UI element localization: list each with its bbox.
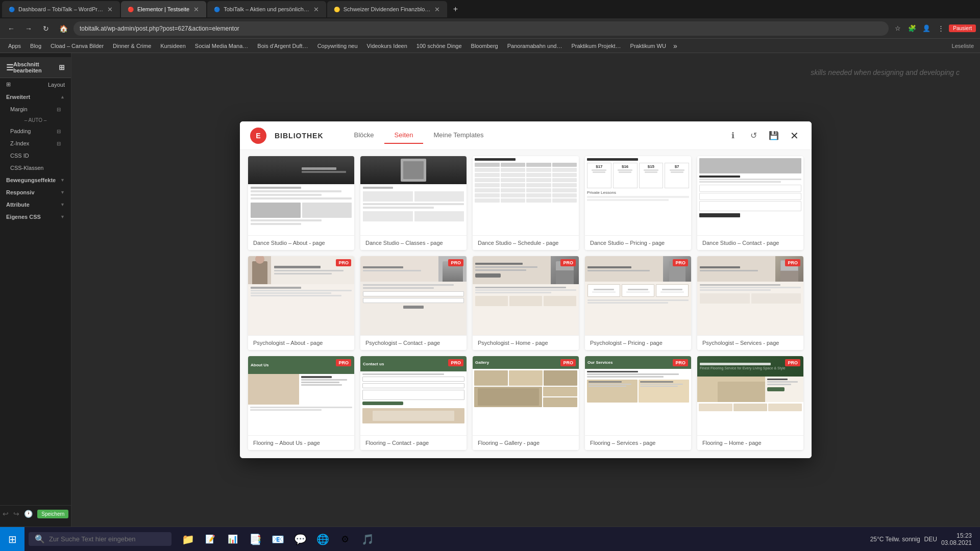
extensions-icon[interactable]: 🧩 [906,22,918,35]
bookmarks-more[interactable]: » [671,42,679,50]
browser-tab-3[interactable]: 🔵 TobiTalk – Aktien und persönlich… ✕ [207,1,326,17]
back-button[interactable]: ← [4,21,18,36]
template-floor-services[interactable]: PRO Our Services [585,356,691,450]
taskbar-powerpoint-icon[interactable]: 📑 [245,529,265,549]
template-floor-gallery[interactable]: PRO Gallery [473,356,579,450]
template-floor-contact[interactable]: PRO Contact us [360,356,467,450]
sidebar-padding-item[interactable]: Padding ⊟ [4,125,67,137]
template-dance-contact[interactable]: Dance Studio – Contact - page [697,156,803,250]
sidebar-bewegungseffekte-section[interactable]: Bewegungseffekte ▼ [0,174,71,186]
forward-button[interactable]: → [21,21,36,36]
pro-badge-psych-contact: PRO [448,259,463,266]
pausiert-button[interactable]: Pausiert [949,24,976,32]
info-icon[interactable]: ℹ [726,129,740,143]
modal-overlay[interactable]: E BIBLIOTHEK Blöcke Seiten Meine Templat… [71,53,980,527]
bookmark-canva[interactable]: Cload – Canva Bilder [46,42,108,50]
refresh-icon[interactable]: ↺ [746,129,761,143]
sidebar-eigenes-css-section[interactable]: Eigenes CSS ▼ [0,211,71,223]
bookmark-copywriting[interactable]: Copywriting neu [313,42,362,50]
tab-meine-templates[interactable]: Meine Templates [423,127,494,144]
sidebar-bottom-redo[interactable]: ↪ [13,510,19,518]
bookmark-100dinge[interactable]: 100 schöne Dinge [412,42,466,50]
sidebar-layout-section[interactable]: ⊞ Layout [0,78,71,91]
template-floor-home[interactable]: PRO Finest Flooring Service for Every Li… [697,356,803,450]
taskbar-files-icon[interactable]: 📁 [178,529,198,549]
taskbar-search-input[interactable] [49,535,161,543]
menu-dots-icon[interactable]: ⋮ [935,22,947,35]
bookmark-star-icon[interactable]: ☆ [892,22,904,35]
taskbar-pinned-icons: 📁 📝 📊 📑 📧 💬 🌐 ⚙ 🎵 [176,529,380,549]
template-psych-contact[interactable]: PRO [360,256,467,350]
bookmark-kursideen[interactable]: Kursideen [156,42,190,50]
bookmark-dinner[interactable]: Dinner & Crime [109,42,155,50]
sidebar-zindex-item[interactable]: Z-Index ⊟ [4,137,67,149]
sidebar-responsiv-section[interactable]: Responsiv ▼ [0,186,71,198]
sidebar-erweitert-section[interactable]: Erweitert ▲ [0,91,71,103]
taskbar-teams-icon[interactable]: 💬 [290,529,310,549]
tab-close-3[interactable]: ✕ [312,5,320,14]
bookmark-bois[interactable]: Bois d'Argent Duft… [253,42,312,50]
taskbar-outlook-icon[interactable]: 📧 [267,529,288,549]
bookmark-bloomberg[interactable]: Bloomberg [467,42,502,50]
bookmark-panorama[interactable]: Panoramabahn und… [503,42,567,50]
tab-bloecke[interactable]: Blöcke [344,127,384,144]
modal-close-button[interactable]: ✕ [787,129,801,143]
pro-badge-floor-home: PRO [785,359,800,366]
taskbar-excel-icon[interactable]: 📊 [223,529,243,549]
template-dance-classes[interactable]: Dance Studio – Classes - page [360,156,467,250]
tab-close-4[interactable]: ✕ [433,5,441,14]
zindex-icon[interactable]: ⊟ [57,141,61,146]
template-preview-dance-about [248,156,354,235]
taskbar-word-icon[interactable]: 📝 [200,529,220,549]
bookmark-praktikum-wu[interactable]: Praktikum WU [626,42,670,50]
sidebar-grid-icon[interactable]: ⊞ [59,63,65,71]
template-dance-about[interactable]: Dance Studio – About - page [248,156,354,250]
profile-icon[interactable]: 👤 [920,22,933,35]
leseliste[interactable]: Leseliste [950,43,976,49]
reload-button[interactable]: ↻ [39,21,53,36]
margin-toggle-icon[interactable]: ⊟ [57,107,61,112]
sidebar-margin-item[interactable]: Margin ⊟ [4,103,67,115]
sidebar-cssid-item[interactable]: CSS ID [4,149,67,162]
sidebar-bottom-undo[interactable]: ↩ [3,510,9,518]
home-button[interactable]: 🏠 [56,21,70,36]
taskbar: ⊞ 🔍 📁 📝 📊 📑 📧 💬 🌐 ⚙ 🎵 25°C Teilw. sonnig… [0,527,980,551]
template-label-psych-pricing: Psychologist – Pricing - page [585,335,691,350]
template-dance-pricing[interactable]: $17 $16 [585,156,691,250]
bookmark-blog[interactable]: Blog [26,42,45,50]
template-dance-schedule[interactable]: Dance Studio – Schedule - page [473,156,579,250]
taskbar-edge-icon[interactable]: 🌐 [312,529,333,549]
bookmark-socialmedia[interactable]: Social Media Mana… [191,42,253,50]
tab-favicon-2: 🔴 [127,6,134,13]
template-psych-services[interactable]: PRO [697,256,803,350]
bookmark-videokurs[interactable]: Videokurs Ideen [363,42,411,50]
template-psych-home[interactable]: PRO [473,256,579,350]
template-floor-about[interactable]: PRO About Us [248,356,354,450]
sidebar-bottom-history[interactable]: 🕐 [24,510,33,518]
save-icon[interactable]: 💾 [767,129,781,143]
sidebar-attribute-section[interactable]: Attribute ▼ [0,198,71,211]
taskbar-spotify-icon[interactable]: 🎵 [357,529,378,549]
menu-hamburger-icon[interactable]: ☰ [6,63,13,72]
bookmark-praktikum-projekt[interactable]: Praktikum Projekt… [567,42,625,50]
template-psych-pricing[interactable]: PRO [585,256,691,350]
sidebar-bottom-save[interactable]: Speichern [37,510,68,518]
sidebar-cssklassen-item[interactable]: CSS-Klassen [4,162,67,174]
modal-tabs: Blöcke Seiten Meine Templates [344,127,494,144]
browser-tab-4[interactable]: 🟡 Schweizer Dividenden Finanzblo… ✕ [327,1,448,17]
taskbar-chrome-icon[interactable]: ⚙ [335,529,355,549]
template-label-floor-services: Flooring – Services - page [585,435,691,450]
new-tab-button[interactable]: + [448,2,462,16]
windows-start-button[interactable]: ⊞ [0,527,24,552]
browser-tab-2[interactable]: 🔴 Elementor | Testseite ✕ [121,1,206,17]
tab-seiten[interactable]: Seiten [384,127,424,144]
tab-close-2[interactable]: ✕ [192,5,200,14]
browser-tab-1[interactable]: 🔵 Dashboard – TobiTalk – WordPr… ✕ [2,1,120,17]
padding-icon[interactable]: ⊟ [57,129,61,134]
padding-label: Padding [10,128,31,134]
template-psych-about[interactable]: PRO [248,256,354,350]
bookmark-apps[interactable]: Apps [4,42,25,50]
tab-close-1[interactable]: ✕ [106,5,114,14]
url-bar[interactable]: tobitalk.at/wp-admin/post.php?post=627&a… [74,21,889,36]
taskbar-search-box[interactable]: 🔍 [29,532,172,546]
